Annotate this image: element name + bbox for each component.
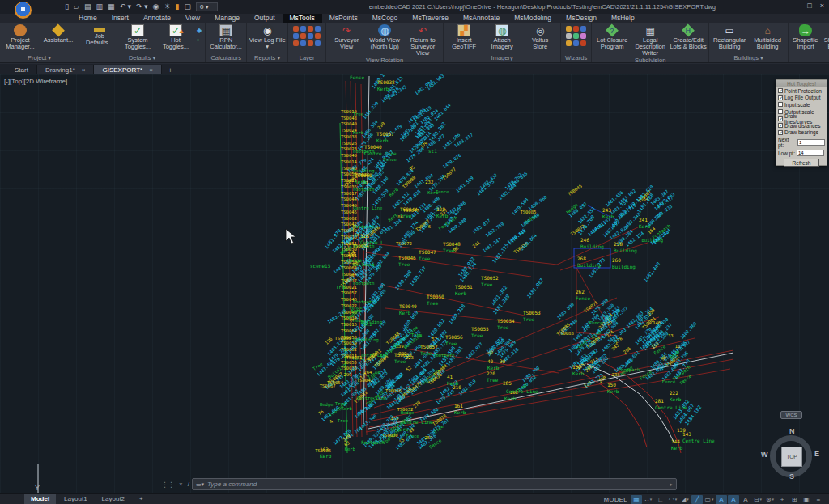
close-tab-icon[interactable]: × <box>82 66 86 74</box>
new-file-icon[interactable]: ▯ <box>65 2 69 11</box>
grid-display-icon[interactable]: ▦ <box>631 495 642 504</box>
bulb-icon[interactable]: ◉ <box>153 2 159 11</box>
hot-toggle-draw-bearings[interactable]: ✓Draw bearings <box>776 129 827 137</box>
annotation-scale-list-icon[interactable]: ⊟▾ <box>752 495 763 504</box>
workspace-switching-icon[interactable]: ⊛▾ <box>764 495 776 504</box>
hot-toggle-point-protection[interactable]: ✓Point Protection <box>776 87 827 95</box>
shapefile-export-button[interactable]: ←Shapefile Export <box>822 23 829 50</box>
ribbon-group-label[interactable]: Wizards <box>563 54 589 62</box>
command-input[interactable]: ▭▾ Type a command ▸ <box>192 478 677 490</box>
viewport-controls-label[interactable]: [-][Top][2D Wireframe] <box>4 78 67 85</box>
annotation-autoscale-icon[interactable]: A <box>728 495 739 504</box>
close-tab-icon[interactable]: × <box>149 66 153 74</box>
annotation-scale-icon[interactable]: A <box>740 495 751 504</box>
ribbon-tab-insert[interactable]: Insert <box>104 14 136 23</box>
wcs-button[interactable]: WCS <box>780 411 802 419</box>
checkbox-icon[interactable]: ✓ <box>778 95 783 100</box>
ribbon-group-label[interactable]: Defaults ▾ <box>81 54 203 62</box>
create-edit-lots-blocks-button[interactable]: HCreate/Edit Lots & Blocks <box>670 23 707 50</box>
ribbon-tab-output[interactable]: Output <box>247 14 283 23</box>
model-space-toggle[interactable]: MODEL <box>602 495 630 504</box>
customization-icon[interactable]: ≡ <box>813 495 824 504</box>
layout-tab-layout2[interactable]: Layout2 <box>96 494 131 504</box>
ribbon-tab-mscogo[interactable]: MsCogo <box>365 14 406 23</box>
file-tab-gisexport[interactable]: GISEXPORT*× <box>94 65 161 74</box>
tools-wrench-icon[interactable]: / <box>185 481 192 488</box>
hot-toggles-button[interactable]: ✓▲Hot Toggles... <box>157 23 194 50</box>
redo-icon[interactable]: ↷ ▾ <box>136 2 148 11</box>
system-toggles-button[interactable]: ✓System Toggles... <box>119 23 156 50</box>
compass-east-label[interactable]: E <box>814 450 819 458</box>
ribbon-group-label[interactable]: Layer Control ▾ <box>290 54 324 62</box>
rpn-calculator-button[interactable]: ▦RPN Calculator... <box>207 23 244 50</box>
polar-tracking-icon[interactable]: ◠▾ <box>667 495 678 504</box>
attach-imagery-button[interactable]: ◍Attach Imagery <box>483 23 521 50</box>
ribbon-group-label[interactable]: Imagery <box>445 54 559 62</box>
layer-control-grid-icon[interactable] <box>290 23 324 49</box>
open-file-icon[interactable]: ▱ <box>74 2 79 11</box>
lot-closure-program-button[interactable]: ?Lot Closure Program <box>593 23 631 50</box>
hot-toggles-title[interactable]: Hot Toggles! <box>776 80 827 87</box>
snap-mode-icon[interactable]: ∷▾ <box>643 495 654 504</box>
ribbon-tab-mstraverse[interactable]: MsTraverse <box>405 14 456 23</box>
hot-toggle-log-file-output[interactable]: ✓Log File Output <box>776 95 827 102</box>
save-icon[interactable]: ▤ <box>84 2 91 11</box>
save-as-icon[interactable]: ▥ <box>96 2 103 11</box>
rectangular-building-button[interactable]: ▭Rectangular Building <box>711 23 748 50</box>
project-manager-button[interactable]: Project Manager... <box>2 23 39 50</box>
file-tab-start[interactable]: Start <box>6 65 37 74</box>
isometric-drafting-icon[interactable]: ◢▾ <box>679 495 691 504</box>
checkbox-icon[interactable] <box>778 102 783 107</box>
checkbox-icon[interactable]: ✓ <box>778 116 783 121</box>
job-defaults-button[interactable]: Job Defaults... <box>81 23 118 46</box>
ribbon-tab-view[interactable]: View <box>178 14 207 23</box>
ribbon-tab-msdesign[interactable]: MsDesign <box>559 14 604 23</box>
display-icon[interactable]: ▢ <box>184 2 191 11</box>
object-snap-tracking-icon[interactable]: ╱ <box>691 495 703 504</box>
compass-south-label[interactable]: S <box>789 472 794 481</box>
layer-selector[interactable]: 0 ▾ <box>196 2 218 11</box>
window-minimize-button[interactable]: – <box>795 2 799 10</box>
shapefile-import-button[interactable]: →Shapefile Import <box>790 23 821 50</box>
ortho-mode-icon[interactable]: ∟ <box>655 495 666 504</box>
view-log-file-button[interactable]: ◉View Log File ▾ <box>249 23 286 50</box>
file-tab-drawing1[interactable]: Drawing1*× <box>37 65 95 74</box>
layout-tab-+[interactable]: + <box>133 494 150 504</box>
command-expand-icon[interactable]: ▸ <box>670 481 673 488</box>
assistant-button[interactable]: Assistant... <box>40 23 77 44</box>
close-command-icon[interactable]: × <box>176 481 185 488</box>
quick-properties-icon[interactable]: ⊞ <box>789 495 800 504</box>
ribbon-group-label[interactable]: Buildings ▾ <box>711 54 786 62</box>
sun-icon[interactable]: ☀ <box>164 2 170 11</box>
field-input[interactable] <box>797 139 825 146</box>
new-tab-button[interactable]: + <box>162 66 179 74</box>
isolate-objects-icon[interactable]: ▣ <box>801 495 812 504</box>
object-snap-icon[interactable]: ▭▾ <box>704 495 715 504</box>
lock-icon[interactable]: ▮ <box>175 2 179 11</box>
app-logo-icon[interactable] <box>15 2 32 19</box>
legal-description-writer-button[interactable]: ▦Legal Description Writer <box>631 23 669 57</box>
undo-icon[interactable]: ↶ ▾ <box>119 2 131 11</box>
layout-tab-layout1[interactable]: Layout1 <box>57 494 93 504</box>
ribbon-group-label[interactable]: Reports ▾ <box>249 54 286 62</box>
annotation-monitor-icon[interactable]: + <box>776 495 788 504</box>
ribbon-tab-annotate[interactable]: Annotate <box>136 14 178 23</box>
plot-icon[interactable]: ▦ <box>108 2 115 11</box>
layout-tab-model[interactable]: Model <box>24 494 56 504</box>
ribbon-tab-home[interactable]: Home <box>71 14 104 23</box>
ribbon-group-label[interactable]: Calculators <box>207 54 244 62</box>
command-history-icon[interactable]: ▭▾ <box>196 481 204 488</box>
valtus-store-button[interactable]: ◎Valtus Store <box>521 23 559 50</box>
surveyor-view-button[interactable]: ↷Surveyor View <box>328 23 365 50</box>
field-input[interactable] <box>797 150 824 156</box>
ribbon-tab-msannotate[interactable]: MsAnnotate <box>456 14 507 23</box>
insert-geotiff-button[interactable]: ▞Insert GeoTIFF <box>445 23 483 50</box>
window-close-button[interactable]: × <box>820 2 824 10</box>
view-cube[interactable]: N S W E TOP <box>767 430 818 481</box>
view-cube-top-face[interactable]: TOP <box>781 447 802 467</box>
annotation-visibility-icon[interactable]: A <box>716 495 727 504</box>
ribbon-tab-manage[interactable]: Manage <box>207 14 247 23</box>
world-view-button[interactable]: ◍World View (North Up) <box>366 23 403 50</box>
wizards-grid-icon[interactable] <box>563 23 589 49</box>
checkbox-icon[interactable] <box>778 109 783 114</box>
